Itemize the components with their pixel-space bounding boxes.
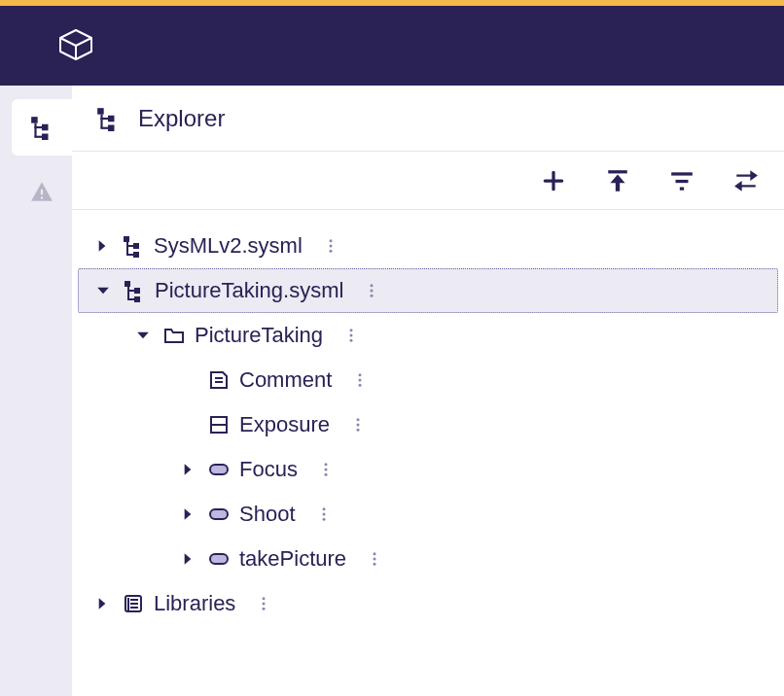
- svg-point-42: [350, 339, 353, 342]
- svg-point-52: [356, 429, 359, 432]
- svg-rect-10: [97, 108, 104, 115]
- panel-title: Explorer: [138, 105, 225, 132]
- tree-expand-toggle[interactable]: [175, 546, 200, 572]
- kebab-icon: [366, 550, 383, 568]
- tree-model-icon: [121, 233, 146, 259]
- side-tab-explorer[interactable]: [12, 99, 72, 156]
- explorer-panel: Explorer: [72, 86, 784, 696]
- tree-item-label: Exposure: [239, 412, 330, 437]
- kebab-icon: [351, 371, 369, 389]
- chevron-right-icon: [178, 460, 197, 479]
- chevron-right-icon: [92, 236, 112, 256]
- svg-rect-26: [126, 245, 134, 247]
- app-logo-icon: [56, 28, 95, 63]
- folder-icon: [161, 323, 187, 348]
- explorer-toolbar: [72, 152, 784, 210]
- svg-point-28: [329, 239, 332, 242]
- comment-icon: [206, 367, 232, 393]
- svg-point-51: [356, 424, 359, 427]
- sync-button[interactable]: [731, 166, 761, 195]
- svg-rect-2: [31, 117, 38, 123]
- svg-point-56: [324, 473, 327, 476]
- add-button[interactable]: [539, 166, 568, 195]
- tree-expand-toggle[interactable]: [90, 278, 116, 303]
- tree-expand-toggle[interactable]: [175, 457, 200, 482]
- tree-item-menu[interactable]: [320, 235, 341, 257]
- svg-rect-6: [34, 126, 43, 128]
- svg-point-60: [322, 518, 325, 521]
- app-header: [0, 6, 784, 86]
- tree-item[interactable]: Exposure: [78, 402, 778, 447]
- upload-button[interactable]: [603, 166, 632, 195]
- chevron-down-icon: [93, 281, 113, 300]
- svg-rect-36: [127, 298, 135, 300]
- svg-point-70: [263, 597, 266, 600]
- svg-point-45: [359, 373, 362, 376]
- model-tree: SysMLv2.sysmlPictureTaking.sysmlPictureT…: [72, 210, 784, 640]
- tree-item[interactable]: takePicture: [78, 537, 778, 581]
- tree-expand-toggle[interactable]: [130, 323, 156, 348]
- tree-item-menu[interactable]: [349, 369, 371, 391]
- svg-rect-5: [34, 123, 36, 137]
- svg-rect-15: [100, 126, 109, 128]
- svg-point-64: [374, 563, 376, 566]
- tree-item-menu[interactable]: [340, 325, 362, 346]
- tree-expand-toggle[interactable]: [175, 502, 200, 527]
- tree-item[interactable]: Focus: [78, 447, 778, 492]
- kebab-icon: [315, 505, 333, 523]
- svg-point-58: [322, 507, 325, 510]
- tree-item-menu[interactable]: [364, 548, 385, 570]
- tree-item-label: Focus: [239, 457, 298, 482]
- svg-point-29: [329, 245, 332, 248]
- tree-icon: [95, 106, 121, 131]
- svg-rect-31: [125, 281, 130, 287]
- tree-item[interactable]: PictureTaking.sysml: [78, 268, 778, 313]
- tree-item-menu[interactable]: [315, 459, 337, 480]
- panel-header: Explorer: [72, 86, 784, 152]
- svg-marker-0: [60, 30, 91, 46]
- tree-item-menu[interactable]: [347, 414, 369, 435]
- svg-rect-25: [126, 242, 128, 255]
- tree-icon: [29, 115, 54, 140]
- svg-rect-21: [680, 187, 684, 190]
- svg-rect-9: [41, 196, 43, 198]
- tree-item-label: Libraries: [154, 591, 235, 616]
- tree-item-label: Comment: [239, 367, 332, 393]
- svg-rect-20: [676, 179, 689, 182]
- tree-item[interactable]: Shoot: [78, 492, 778, 537]
- kebab-icon: [255, 595, 272, 612]
- tree-item[interactable]: Libraries: [78, 581, 778, 626]
- tree-item[interactable]: SysMLv2.sysml: [78, 224, 778, 268]
- side-tab-problems[interactable]: [12, 163, 72, 220]
- tree-expand-toggle[interactable]: [89, 591, 115, 616]
- svg-point-59: [322, 513, 325, 516]
- tree-item[interactable]: Comment: [78, 358, 778, 402]
- chevron-right-icon: [178, 549, 197, 569]
- tree-item-label: PictureTaking: [195, 323, 323, 348]
- svg-point-39: [371, 295, 374, 297]
- tree-item-menu[interactable]: [253, 593, 274, 614]
- svg-rect-53: [210, 465, 228, 474]
- svg-rect-69: [127, 598, 129, 611]
- svg-rect-19: [671, 172, 693, 175]
- tree-item-label: SysMLv2.sysml: [154, 233, 303, 259]
- svg-point-62: [374, 552, 376, 555]
- side-rail: [0, 86, 72, 696]
- tree-model-icon: [122, 278, 147, 303]
- svg-point-50: [356, 418, 359, 421]
- svg-point-63: [374, 558, 376, 561]
- filter-icon: [669, 168, 695, 193]
- tree-item-label: PictureTaking.sysml: [155, 278, 343, 303]
- tree-expand-toggle[interactable]: [89, 233, 115, 259]
- svg-point-54: [324, 463, 327, 466]
- tree-item[interactable]: PictureTaking: [78, 313, 778, 358]
- svg-rect-35: [127, 290, 135, 292]
- svg-point-40: [350, 329, 353, 331]
- tree-item-menu[interactable]: [313, 504, 335, 525]
- svg-point-37: [371, 284, 374, 287]
- svg-point-38: [371, 290, 374, 293]
- tree-item-menu[interactable]: [361, 280, 382, 301]
- chevron-down-icon: [133, 326, 153, 345]
- filter-button[interactable]: [667, 166, 696, 195]
- svg-rect-27: [126, 254, 134, 256]
